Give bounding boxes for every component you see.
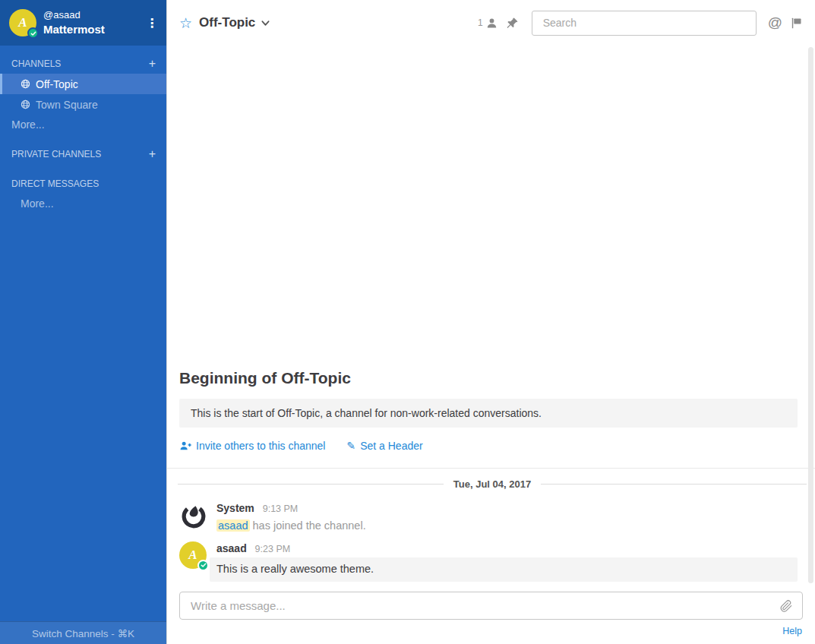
flagged-posts-icon[interactable] bbox=[790, 17, 803, 30]
date-divider: Tue, Jul 04, 2017 bbox=[178, 478, 807, 490]
post-header: System 9:13 PM bbox=[216, 501, 803, 515]
user-post-avatar[interactable]: A bbox=[179, 541, 208, 570]
private-channels-section-header: PRIVATE CHANNELS + bbox=[0, 144, 166, 164]
search-box[interactable] bbox=[532, 11, 757, 36]
direct-messages-label: DIRECT MESSAGES bbox=[11, 178, 156, 189]
online-status-icon bbox=[197, 560, 209, 571]
message-input[interactable] bbox=[189, 598, 772, 613]
more-direct-messages-link[interactable]: More... bbox=[0, 194, 166, 213]
username-label: @asaad bbox=[43, 9, 144, 22]
post-timestamp: 9:23 PM bbox=[255, 544, 291, 554]
attachment-paperclip-icon[interactable] bbox=[779, 599, 793, 613]
post-author[interactable]: System bbox=[216, 502, 254, 514]
channels-section-label: CHANNELS bbox=[11, 58, 149, 69]
add-channel-icon[interactable]: + bbox=[149, 59, 156, 68]
intro-divider bbox=[167, 468, 815, 469]
avatar-letter: A bbox=[18, 15, 27, 30]
composer-footer: Help bbox=[167, 620, 815, 644]
team-name-label: Mattermost bbox=[43, 22, 144, 37]
post-message: asaad has joined the channel. bbox=[216, 518, 803, 534]
pinned-posts-icon[interactable] bbox=[506, 17, 519, 30]
channel-intro-actions: Invite others to this channel ✎ Set a He… bbox=[179, 440, 803, 452]
post-header: asaad 9:23 PM bbox=[216, 541, 803, 555]
post-system-join[interactable]: System 9:13 PM asaad has joined the chan… bbox=[167, 496, 815, 535]
sidebar-header-text: @asaad Mattermost bbox=[43, 9, 144, 36]
sidebar-header[interactable]: A @asaad Mattermost ⋮ bbox=[0, 0, 166, 46]
post-message-text: has joined the channel. bbox=[250, 519, 366, 532]
post-content: System 9:13 PM asaad has joined the chan… bbox=[216, 501, 803, 533]
channel-header: ☆ Off-Topic 1 @ bbox=[167, 0, 815, 46]
globe-icon bbox=[21, 79, 30, 89]
set-header-link[interactable]: ✎ Set a Header bbox=[346, 440, 422, 452]
chevron-down-icon bbox=[261, 18, 270, 28]
center-channel: ☆ Off-Topic 1 @ Beginning of Off-Topic T… bbox=[166, 0, 815, 644]
post-list[interactable]: Beginning of Off-Topic This is the start… bbox=[167, 46, 815, 587]
search-input[interactable] bbox=[542, 16, 747, 30]
system-avatar bbox=[179, 501, 208, 530]
post-timestamp: 9:13 PM bbox=[263, 504, 299, 514]
favorite-star-icon[interactable]: ☆ bbox=[179, 16, 192, 30]
channel-label: Off-Topic bbox=[36, 78, 78, 90]
avatar-letter: A bbox=[188, 548, 197, 563]
more-channels-link[interactable]: More... bbox=[0, 115, 166, 134]
post-message: This is a really awesome theme. bbox=[210, 557, 798, 582]
post-asaad-message[interactable]: A asaad 9:23 PM This is a really awesome… bbox=[167, 536, 815, 584]
set-header-label: Set a Header bbox=[360, 440, 423, 452]
date-divider-label: Tue, Jul 04, 2017 bbox=[444, 478, 541, 490]
sidebar-item-town-square[interactable]: Town Square bbox=[0, 94, 166, 115]
sidebar-item-off-topic[interactable]: Off-Topic bbox=[0, 74, 166, 94]
pencil-icon: ✎ bbox=[346, 440, 355, 451]
mattermost-logo-icon bbox=[179, 501, 208, 530]
post-author[interactable]: asaad bbox=[216, 542, 247, 554]
post-content: asaad 9:23 PM This is a really awesome t… bbox=[216, 541, 803, 582]
channel-members-icon[interactable] bbox=[485, 17, 498, 30]
channel-intro-description: This is the start of Off-Topic, a channe… bbox=[179, 399, 798, 428]
switch-channels-button[interactable]: Switch Channels - ⌘K bbox=[0, 621, 166, 644]
user-avatar[interactable]: A bbox=[9, 9, 36, 36]
add-user-icon bbox=[179, 440, 191, 451]
sidebar-menu-icon[interactable]: ⋮ bbox=[144, 16, 160, 30]
sidebar-body: CHANNELS + Off-Topic Town Square More...… bbox=[0, 46, 166, 621]
channel-label: Town Square bbox=[36, 99, 98, 111]
globe-icon bbox=[21, 99, 30, 109]
channel-title-label: Off-Topic bbox=[199, 15, 255, 30]
add-private-channel-icon[interactable]: + bbox=[149, 150, 156, 159]
channel-title-menu[interactable]: Off-Topic bbox=[199, 15, 270, 30]
switch-channels-label: Switch Channels - ⌘K bbox=[32, 627, 134, 639]
channel-intro: Beginning of Off-Topic This is the start… bbox=[167, 369, 815, 468]
channels-section-header: CHANNELS + bbox=[0, 53, 166, 74]
help-link[interactable]: Help bbox=[782, 626, 802, 636]
invite-others-link[interactable]: Invite others to this channel bbox=[179, 440, 325, 452]
mention-asaad[interactable]: asaad bbox=[216, 519, 250, 532]
invite-others-label: Invite others to this channel bbox=[196, 440, 325, 452]
private-channels-label: PRIVATE CHANNELS bbox=[11, 149, 149, 159]
recent-mentions-icon[interactable]: @ bbox=[768, 14, 782, 31]
composer-box[interactable] bbox=[179, 592, 803, 620]
member-count: 1 bbox=[478, 17, 483, 28]
message-composer bbox=[167, 587, 815, 620]
channel-intro-title: Beginning of Off-Topic bbox=[179, 369, 803, 387]
sidebar: A @asaad Mattermost ⋮ CHANNELS + Off-Top… bbox=[0, 0, 166, 644]
direct-messages-section-header: DIRECT MESSAGES bbox=[0, 173, 166, 194]
online-status-icon bbox=[27, 27, 39, 39]
scrollbar[interactable] bbox=[808, 47, 813, 583]
